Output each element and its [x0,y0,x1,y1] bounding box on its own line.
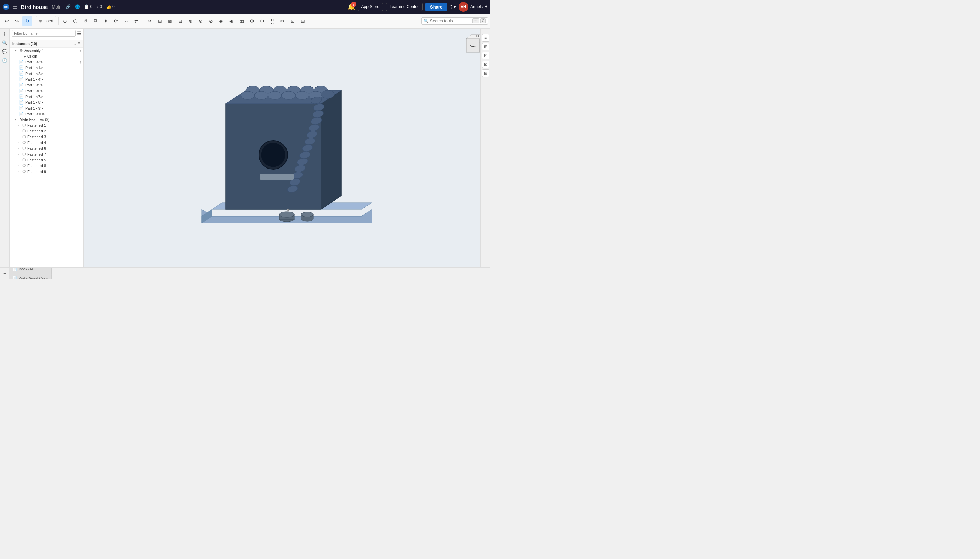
right-panel-btn-3[interactable]: ⊡ [482,52,489,59]
right-panel-btn-4[interactable]: ⊠ [482,61,489,68]
hamburger-menu[interactable]: ☰ [12,4,17,10]
toolbar-btn-9[interactable]: ↪ [145,16,155,26]
svg-point-44 [287,209,289,211]
part-action-0[interactable]: ↕ [80,60,82,64]
toolbar-btn-4[interactable]: ⧉ [91,16,101,26]
mate-expand-0: › [18,124,21,127]
toolbar-btn-16[interactable]: ◈ [216,16,226,26]
notifications-button[interactable]: 🔔 2 [347,3,355,10]
mate-expand-7: › [18,164,21,167]
undo-button[interactable]: ↩ [2,16,12,26]
part-item-5[interactable]: 📄Part 1 <6> [10,88,83,94]
left-icon-history[interactable]: 🕐 [1,56,8,64]
toolbar-btn-5[interactable]: ✦ [101,16,111,26]
learning-center-button[interactable]: Learning Center [386,3,422,11]
toolbar-btn-13[interactable]: ⊕ [186,16,195,26]
toolbar-btn-12[interactable]: ⊟ [176,16,185,26]
toolbar-btn-24[interactable]: ⊞ [298,16,308,26]
origin-item[interactable]: ● Origin [10,53,83,59]
toolbar-btn-8[interactable]: ⇄ [132,16,141,26]
toolbar-btn-3[interactable]: ↺ [81,16,90,26]
left-icon-select[interactable]: ⊹ [1,30,8,38]
toolbar-btn-22[interactable]: ✂ [278,16,287,26]
insert-button[interactable]: ⊕ Insert [36,16,56,26]
part-item-6[interactable]: 📄Part 1 <7> [10,94,83,99]
part-item-3[interactable]: 📄Part 1 <4> [10,76,83,82]
part-icon-7: 📄 [19,100,24,104]
mate-item-8[interactable]: › ⬡ Fastened 9 [10,169,83,174]
toolbar-btn-14[interactable]: ⊗ [196,16,206,26]
sidebar-list-view-button[interactable]: ☰ [77,31,81,36]
onshape-logo[interactable]: OS [3,3,10,10]
refresh-button[interactable]: ↻ [23,16,32,26]
toolbar-btn-17[interactable]: ◉ [227,16,236,26]
mate-features-header[interactable]: ▾ Mate Features (9) [10,117,83,122]
tab-water/food-cups[interactable]: 📄Water/Food Cups [8,274,52,280]
mate-item-4[interactable]: › ⬡ Fastened 6 [10,146,83,151]
toolbar-btn-10[interactable]: ⊞ [155,16,165,26]
share-button[interactable]: Share [426,3,447,11]
right-panel-btn-2[interactable]: ⊞ [482,43,489,50]
svg-text:Top: Top [475,35,479,38]
tab-back--ah[interactable]: 📄Back -AH [8,267,52,274]
part-item-1[interactable]: 📄Part 1 <1> [10,64,83,71]
right-panel-btn-5[interactable]: ⊟ [482,69,489,77]
app-store-button[interactable]: App Store [358,3,383,11]
part-item-0[interactable]: 📄Part 1 <3>↕ [10,59,83,64]
part-item-8[interactable]: 📄Part 1 <9> [10,105,83,111]
user-menu[interactable]: AH Armela H [459,2,487,12]
toolbar-btn-7[interactable]: ↔ [122,16,131,26]
assembly1-action[interactable]: ↕ [80,49,82,53]
left-icon-filter[interactable]: 🔍 [1,39,8,46]
toolbar-btn-18[interactable]: ▦ [237,16,246,26]
mate-expand-5: › [18,152,21,156]
toolbar-btn-1[interactable]: ⊙ [60,16,70,26]
mate-label-3: Fastened 4 [27,141,46,145]
instances-actions: ↕ ⊞ [74,41,81,46]
filter-input[interactable] [12,30,76,37]
mate-label-6: Fastened 5 [27,158,46,162]
link-icon-btn[interactable]: 🔗 [66,5,71,9]
mate-item-2[interactable]: › ⬡ Fastened 3 [10,134,83,140]
toolbar-btn-20[interactable]: ⚙ [257,16,267,26]
assembly1-item[interactable]: ▾ ⚙ Assembly 1 ↕ [10,48,83,53]
mate-item-0[interactable]: › ⬡ Fastened 1 [10,122,83,128]
instances-sort-button[interactable]: ↕ [74,41,76,46]
svg-point-43 [301,212,313,217]
add-tab-button[interactable]: + [2,271,8,277]
globe-icon-btn[interactable]: 🌐 [75,5,80,9]
mates-list: › ⬡ Fastened 1 › ⬡ Fastened 2 › ⬡ Fasten… [10,122,83,174]
right-panel-btn-1[interactable]: ≡ [482,34,489,41]
toolbar-btn-2[interactable]: ⬡ [71,16,80,26]
part-item-2[interactable]: 📄Part 1 <2> [10,71,83,76]
mate-item-1[interactable]: › ⬡ Fastened 2 [10,128,83,134]
3d-viewport[interactable]: Front Right Top Z ≡ ⊞ ⊡ ⊠ ⊟ [84,28,490,267]
part-item-4[interactable]: 📄Part 1 <5> [10,82,83,88]
left-icon-comment[interactable]: 💬 [1,48,8,55]
svg-point-20 [321,90,335,98]
search-input[interactable] [430,19,471,23]
mate-features-expand-icon: ▾ [15,118,18,121]
toolbar-btn-6[interactable]: ⟳ [111,16,121,26]
mate-item-6[interactable]: › ⬡ Fastened 5 [10,157,83,163]
mate-item-3[interactable]: › ⬡ Fastened 4 [10,140,83,146]
help-button[interactable]: ? ▾ [450,5,456,10]
mate-icon-4: ⬡ [23,146,26,150]
toolbar-btn-23[interactable]: ⊡ [288,16,297,26]
toolbar-btn-19[interactable]: ⚙ [247,16,257,26]
part-label-4: Part 1 <5> [25,83,43,87]
part-icon-8: 📄 [19,106,24,110]
part-item-7[interactable]: 📄Part 1 <8> [10,99,83,105]
svg-point-14 [241,91,254,99]
toolbar-btn-11[interactable]: ⊠ [165,16,175,26]
mate-item-7[interactable]: › ⬡ Fastened 8 [10,163,83,169]
toolbar-btn-15[interactable]: ⊘ [206,16,216,26]
mate-item-5[interactable]: › ⬡ Fastened 7 [10,151,83,157]
document-title: Bird house [21,4,48,10]
part-label-3: Part 1 <4> [25,77,43,81]
svg-point-40 [279,212,294,217]
instances-grid-button[interactable]: ⊞ [77,41,81,46]
part-item-9[interactable]: 📄Part 1 <10> [10,111,83,117]
redo-button[interactable]: ↪ [12,16,22,26]
toolbar-btn-21[interactable]: ⣿ [267,16,277,26]
